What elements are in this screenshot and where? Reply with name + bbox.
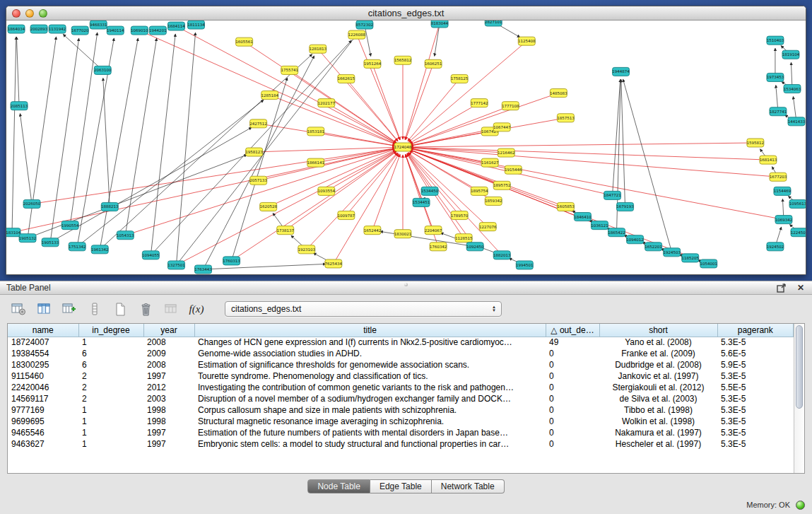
- graph-node[interactable]: 1095613: [789, 199, 806, 208]
- network-canvas[interactable]: 1724048156581216062511758125177714210674…: [6, 21, 806, 274]
- graph-node[interactable]: 1827741: [770, 107, 787, 116]
- graph-node[interactable]: 1961342: [91, 245, 109, 254]
- graph-node[interactable]: 1128515: [455, 234, 473, 243]
- tab-network-table[interactable]: Network Table: [432, 479, 505, 493]
- close-panel-icon[interactable]: ✕: [796, 283, 806, 293]
- graph-node[interactable]: 2057133: [249, 176, 267, 185]
- table-row[interactable]: 224200462 2012Investigating the contribu…: [8, 382, 794, 393]
- graph-node[interactable]: 1924502: [767, 243, 784, 251]
- graph-node[interactable]: 1226088: [348, 30, 366, 39]
- graph-node[interactable]: 1866141: [307, 158, 325, 167]
- graph-node[interactable]: 1905132: [19, 234, 37, 243]
- graph-node[interactable]: 1944874: [612, 67, 630, 76]
- graph-node[interactable]: 1944201: [149, 26, 167, 35]
- citation-edge-red[interactable]: [139, 30, 396, 144]
- citation-edge-red[interactable]: [408, 78, 459, 141]
- graph-node[interactable]: 1865422: [608, 228, 625, 237]
- citation-edge-black[interactable]: [203, 264, 325, 269]
- citation-edge-red[interactable]: [406, 64, 433, 139]
- graph-node[interactable]: 1565812: [394, 56, 412, 64]
- graph-node[interactable]: 1093554: [318, 187, 336, 195]
- citation-edge-black[interactable]: [16, 37, 19, 106]
- graph-node[interactable]: 1864034: [8, 25, 25, 33]
- zoom-window-button[interactable]: [39, 9, 47, 18]
- graph-node[interactable]: 1760342: [430, 243, 447, 251]
- graph-node[interactable]: 1758125: [451, 74, 469, 83]
- graph-node[interactable]: 1069010: [131, 26, 148, 35]
- graph-node[interactable]: 1327501: [167, 261, 185, 269]
- citation-edge-black[interactable]: [63, 35, 102, 71]
- graph-node[interactable]: 1951264: [364, 59, 382, 68]
- table-row[interactable]: 145691172 2003Disruption of a novel memb…: [8, 393, 794, 404]
- column-header[interactable]: short: [599, 324, 717, 337]
- graph-node[interactable]: 1923103: [298, 245, 315, 254]
- graph-node[interactable]: 1777108: [502, 102, 519, 110]
- graph-node[interactable]: 1125408: [518, 37, 536, 45]
- function-builder-icon[interactable]: f(x): [188, 300, 205, 317]
- import-table-icon[interactable]: [163, 300, 180, 317]
- minimize-window-button[interactable]: [25, 9, 34, 18]
- citation-edge-red[interactable]: [259, 149, 396, 181]
- graph-node[interactable]: 1973453: [767, 73, 784, 81]
- graph-node[interactable]: 1679193: [616, 202, 634, 211]
- table-row[interactable]: 183002956 2008Estimation of significance…: [8, 359, 794, 370]
- graph-node[interactable]: 1069342: [775, 216, 793, 224]
- delete-trash-icon[interactable]: [137, 300, 154, 317]
- table-source-dropdown[interactable]: citations_edges.txt ▲▼: [225, 301, 502, 317]
- graph-node[interactable]: 1846410: [574, 213, 592, 221]
- float-panel-icon[interactable]: [776, 283, 786, 293]
- citation-edge-red[interactable]: [411, 143, 755, 147]
- graph-node[interactable]: 1510403: [767, 36, 784, 45]
- graph-node[interactable]: 1895752: [493, 181, 511, 189]
- table-row[interactable]: 91154602 1997Tourette syndrome. Phenomen…: [8, 370, 794, 382]
- graph-node[interactable]: 1751342: [69, 243, 86, 251]
- close-window-button[interactable]: [12, 9, 20, 18]
- graph-node[interactable]: 1662615: [338, 74, 355, 83]
- citation-edge-red[interactable]: [326, 103, 396, 144]
- graph-node[interactable]: 2026050: [23, 199, 41, 208]
- graph-node[interactable]: 1857513: [557, 114, 575, 122]
- graph-node[interactable]: 1227076: [479, 223, 497, 231]
- column-header[interactable]: title: [194, 324, 546, 337]
- citation-edge-red[interactable]: [334, 153, 399, 263]
- citation-edge-black[interactable]: [435, 23, 440, 56]
- column-header[interactable]: △ out_de…: [546, 324, 599, 337]
- graph-node[interactable]: 2002893: [30, 25, 48, 33]
- graph-node[interactable]: 8183044: [431, 21, 449, 28]
- graph-node[interactable]: 1755741: [281, 66, 298, 74]
- graph-node[interactable]: 1094055: [142, 251, 160, 259]
- table-row[interactable]: 94655461 1997Estimation of the future nu…: [8, 427, 794, 438]
- table-row[interactable]: 96996951 1998Structural magnetic resonan…: [8, 416, 794, 427]
- graph-node[interactable]: 1684114: [167, 22, 185, 30]
- graph-node[interactable]: 1905133: [42, 238, 59, 247]
- citation-edge-red[interactable]: [125, 149, 395, 235]
- graph-node[interactable]: 1859342: [485, 197, 502, 205]
- citation-edge-black[interactable]: [176, 33, 195, 265]
- add-column-icon[interactable]: [61, 300, 78, 317]
- graph-node[interactable]: 1185205: [681, 254, 699, 262]
- graph-node[interactable]: 1202177: [318, 99, 336, 107]
- table-row[interactable]: 193845546 2009Genome-wide association st…: [8, 348, 794, 359]
- citation-edge-red[interactable]: [410, 103, 480, 144]
- graph-node[interactable]: 1183104: [6, 228, 21, 237]
- graph-node[interactable]: 1677020: [71, 26, 89, 35]
- graph-node[interactable]: 1777142: [471, 99, 488, 107]
- scrollbar-thumb[interactable]: [796, 325, 803, 409]
- graph-node[interactable]: 1534450: [421, 187, 439, 195]
- citation-edge-black[interactable]: [125, 38, 156, 235]
- graph-node[interactable]: 1994501: [516, 261, 534, 269]
- graph-node[interactable]: 1216462: [498, 148, 515, 157]
- graph-node[interactable]: 1853181: [307, 127, 325, 136]
- graph-hub-node[interactable]: 1724048: [394, 143, 412, 151]
- graph-node[interactable]: 1605561: [235, 37, 253, 46]
- graph-node[interactable]: 1830021: [394, 230, 412, 238]
- graph-node[interactable]: 1154469: [774, 187, 792, 195]
- graph-node[interactable]: 1224501: [791, 228, 806, 237]
- citation-edge-black[interactable]: [20, 114, 32, 204]
- table-panel-header[interactable]: Table Panel ✕: [0, 281, 812, 295]
- graph-node[interactable]: 1485083: [550, 89, 567, 98]
- graph-node[interactable]: 1036121: [591, 221, 608, 230]
- vertical-scrollbar[interactable]: [794, 324, 804, 473]
- graph-node[interactable]: 1738137: [276, 226, 294, 235]
- column-visibility-icon[interactable]: [35, 300, 52, 317]
